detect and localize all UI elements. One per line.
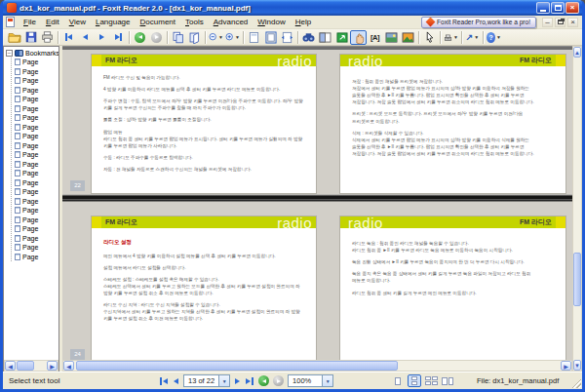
- scroll-down-icon[interactable]: ▼: [573, 360, 581, 371]
- facing-continuous-layout-icon[interactable]: [424, 374, 438, 387]
- bookmark-page-item[interactable]: Page: [15, 160, 58, 170]
- scroll-left-icon[interactable]: ◀: [5, 361, 16, 371]
- bookmark-page-item[interactable]: Page: [15, 141, 58, 151]
- chevron-down-icon[interactable]: ▼: [322, 375, 332, 386]
- last-page-button[interactable]: [245, 376, 254, 386]
- menu-bar: FileEditViewLanguageDocumentToolsAdvance…: [3, 16, 582, 29]
- close-button[interactable]: ×: [566, 2, 579, 14]
- collapse-icon[interactable]: –: [6, 50, 13, 57]
- bookmark-page-item[interactable]: Page: [15, 224, 58, 234]
- bookmark-page-item[interactable]: Page: [15, 216, 58, 225]
- maximize-button[interactable]: [551, 2, 565, 14]
- prev-view-button[interactable]: [258, 375, 269, 386]
- bookmark-page-item[interactable]: Page: [15, 169, 58, 178]
- page-icon: [15, 207, 20, 214]
- menu-advanced[interactable]: Advanced: [209, 17, 254, 27]
- copy-icon[interactable]: [170, 30, 186, 45]
- select-text-icon[interactable]: [A]: [367, 30, 383, 45]
- menu-view[interactable]: View: [64, 17, 91, 27]
- bookmark-page-item[interactable]: Page: [15, 113, 58, 123]
- bookmark-page-item[interactable]: Page: [15, 123, 58, 133]
- last-page-icon[interactable]: [110, 30, 127, 45]
- paste-copy-icon[interactable]: [186, 30, 203, 45]
- main-horizontal-scrollbar[interactable]: ◀ ▶: [62, 360, 572, 372]
- continuous-layout-icon[interactable]: [408, 374, 421, 387]
- main-vertical-scrollbar[interactable]: ▲ ▼: [572, 46, 582, 372]
- menu-help[interactable]: Help: [291, 17, 316, 27]
- bookmark-page-item[interactable]: Page: [15, 253, 58, 262]
- menu-tools[interactable]: Tools: [180, 17, 209, 27]
- minimize-button[interactable]: [536, 2, 550, 14]
- image-tool-icon[interactable]: [400, 30, 416, 45]
- bookmark-page-item[interactable]: Page: [15, 150, 58, 160]
- prev-page-button[interactable]: [173, 377, 179, 385]
- chevron-down-icon[interactable]: ▼: [218, 375, 229, 386]
- page-workspace[interactable]: FM 라디오 radio FM 라디오 수신 및 녹음이 가능합니다.4 방향 …: [62, 46, 572, 360]
- bookmark-page-item[interactable]: Page: [15, 76, 58, 86]
- bookmark-page-item[interactable]: Page: [15, 86, 58, 96]
- menu-edit[interactable]: Edit: [41, 17, 64, 27]
- bookmark-page-item[interactable]: Page: [15, 243, 58, 253]
- next-page-button[interactable]: [234, 377, 241, 385]
- scroll-right-icon[interactable]: ▶: [47, 361, 58, 371]
- bookmark-page-item[interactable]: Page: [15, 197, 58, 207]
- bookmark-page-item[interactable]: Page: [15, 234, 58, 244]
- help-icon[interactable]: ?▼: [486, 30, 502, 45]
- bookmark-page-item[interactable]: Page: [15, 67, 58, 77]
- zoom-out-icon[interactable]: ▼: [208, 30, 224, 45]
- bookmark-page-item[interactable]: Page: [15, 104, 58, 114]
- single-page-layout-icon[interactable]: [391, 374, 405, 387]
- document-icon[interactable]: [6, 17, 15, 27]
- select-annotation-icon[interactable]: [421, 30, 438, 45]
- typewriter-icon[interactable]: ▼: [443, 30, 459, 45]
- bookmark-page-item[interactable]: Page: [15, 178, 58, 188]
- hand-tool-icon[interactable]: [350, 30, 367, 45]
- find-icon[interactable]: [300, 30, 317, 45]
- next-page-icon[interactable]: [94, 30, 110, 45]
- zoom-in-icon[interactable]: ▼: [224, 30, 241, 45]
- bookmark-page-item[interactable]: Page: [15, 95, 58, 104]
- scroll-right-icon[interactable]: ▶: [561, 361, 571, 371]
- prev-page-icon[interactable]: [77, 30, 94, 45]
- child-minimize-button[interactable]: –: [542, 18, 553, 27]
- bookmark-page-item[interactable]: Page: [15, 132, 58, 141]
- page-number-combobox[interactable]: 13 of 22 ▼: [183, 374, 230, 387]
- print-icon[interactable]: [39, 30, 56, 45]
- child-restore-button[interactable]: [555, 18, 566, 27]
- sidebar-horizontal-scrollbar[interactable]: ◀ ▶: [4, 360, 58, 372]
- resize-grip[interactable]: [571, 378, 581, 388]
- menu-file[interactable]: File: [19, 17, 41, 27]
- bookmark-page-item[interactable]: Page: [15, 58, 58, 67]
- prev-view-icon[interactable]: [132, 30, 148, 45]
- fit-page-icon[interactable]: [262, 30, 279, 45]
- scroll-up-icon[interactable]: ▲: [573, 47, 581, 58]
- bookmark-page-item[interactable]: Page: [15, 206, 58, 216]
- first-page-icon[interactable]: [60, 30, 77, 45]
- full-screen-icon[interactable]: [333, 30, 350, 45]
- scroll-left-icon[interactable]: ◀: [63, 361, 74, 371]
- page-body: 저장 : 청취 중인 채널을 프리셋에 저장합니다.저장에서 센터 키를 누르면…: [340, 66, 566, 157]
- bookmark-children: PagePagePagePagePagePagePagePagePagePage…: [11, 58, 58, 261]
- first-page-button[interactable]: [159, 376, 169, 386]
- zoom-combobox[interactable]: 100% ▼: [288, 374, 333, 387]
- split-view-icon[interactable]: [317, 30, 333, 45]
- menu-language[interactable]: Language: [91, 17, 136, 27]
- slide-paragraph: 팝업 메뉴라디오 청취 중 센터 키를 누르면 팝업 메뉴가 표시됩니다. 센터…: [103, 129, 306, 149]
- menu-document[interactable]: Document: [136, 17, 180, 27]
- next-view-icon[interactable]: [148, 30, 165, 45]
- slide-paragraph: 4 방향 키를 이용하여 라디오 메뉴를 선택 후 센터 키를 누르면 라디오 …: [103, 86, 306, 93]
- actual-size-icon[interactable]: [246, 30, 262, 45]
- snapshot-icon[interactable]: [383, 30, 400, 45]
- menu-window[interactable]: Window: [253, 17, 290, 27]
- foxit-pro-promo-button[interactable]: Foxit Reader Pro,work like a pro!: [421, 17, 536, 28]
- next-view-button[interactable]: [273, 375, 284, 386]
- child-close-button[interactable]: ×: [567, 18, 578, 27]
- drawing-tool-icon[interactable]: ↗▼: [464, 30, 481, 45]
- save-icon[interactable]: [22, 30, 39, 45]
- vertical-scroll-thumb[interactable]: [573, 253, 581, 306]
- open-icon[interactable]: [6, 30, 22, 45]
- facing-layout-icon[interactable]: [441, 374, 454, 387]
- bookmarks-root-item[interactable]: – Bookmarks: [6, 49, 58, 58]
- bookmark-page-item[interactable]: Page: [15, 187, 58, 197]
- fit-width-icon[interactable]: [279, 30, 295, 45]
